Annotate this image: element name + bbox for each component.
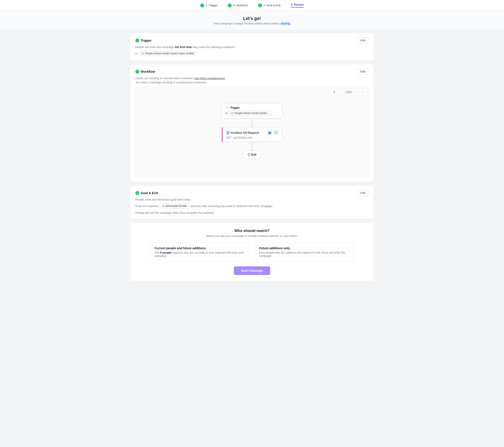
goal-description: People meet the conversion goal when the…: [135, 198, 369, 201]
flow-connector-1: [252, 119, 252, 127]
goal-check-icon: ✓: [135, 191, 139, 195]
trigger-description: People will enter this campaign the firs…: [135, 45, 369, 49]
lightning-icon: ⚡: [225, 106, 229, 109]
nav-step-trigger[interactable]: ✓ 1. Trigger: [200, 3, 217, 7]
api-node-title: 🌐 Kickbox API Request: [226, 131, 259, 134]
match-option-current-desc: The 5 people (approx) who are currently …: [154, 251, 245, 258]
workflow-warn-link[interactable]: can have consequences: [195, 76, 225, 80]
match-option-future-desc: Only people who are added to the segment…: [259, 251, 350, 258]
globe-icon: 🌐: [226, 131, 230, 134]
api-endpoint: api.kickbox.com: [234, 136, 252, 139]
hero-highlight: starting: [280, 22, 291, 25]
api-badge-send: ✈: [273, 130, 279, 135]
nav-step-review-label: 4. Review: [291, 3, 304, 6]
goal-title: ✓ Goal & Exit: [135, 191, 158, 195]
api-flow-node: 🌐 Kickbox API Request 👥 ✈ GET · api.kick…: [222, 127, 282, 142]
nav-step-review[interactable]: 4. Review: [291, 3, 304, 8]
trigger-header: ✓ Trigger Edit: [135, 37, 369, 43]
flow-connector-2: [252, 142, 252, 150]
trigger-card: ✓ Trigger Edit People will enter this ca…: [130, 33, 374, 61]
trigger-desc-pre: People will enter this campaign: [135, 45, 175, 49]
match-section: Who should match? Would you like your ca…: [130, 223, 374, 281]
nav-step-goal[interactable]: ✓ 3. Goal & Exit: [258, 3, 280, 7]
step-nav: ✓ 1. Trigger ✓ 2. Workflow ✓ 3. Goal & E…: [0, 0, 504, 11]
start-campaign-button[interactable]: Start Campaign: [234, 266, 270, 275]
check-icon-workflow: ✓: [228, 3, 232, 7]
trigger-desc-post: they meet the following conditions:: [192, 45, 235, 49]
hero-title: Let's go!: [0, 16, 504, 21]
goal-segment-row: Enter the segment ⊙ Deliverable Emails a…: [135, 203, 369, 208]
trigger-node-title: ⚡ Trigger: [225, 106, 279, 109]
api-node-label: Kickbox API Request: [231, 131, 259, 134]
match-desc-bold: 5 people: [160, 251, 172, 254]
goal-card: ✓ Goal & Exit Edit People meet the conve…: [130, 186, 374, 219]
workflow-warning-1: Heads up! Sending to unsubscribed custom…: [135, 76, 369, 80]
api-method: GET: [226, 136, 231, 139]
api-node-header: 🌐 Kickbox API Request 👥 ✈: [226, 130, 279, 135]
match-option-current-title: Current people and future additions: [154, 246, 245, 250]
exit-node-label: Exit: [251, 153, 256, 156]
trigger-in-label: in: [135, 52, 138, 55]
workflow-canvas: ⚙ − 150% + ⤢ ⚡ Trigger in ⊙: [135, 87, 369, 177]
exit-icon: ⬡: [248, 153, 250, 156]
match-option-current[interactable]: Current people and future additions The …: [150, 243, 249, 261]
check-icon-trigger: ✓: [200, 3, 204, 7]
hero-subtitle: Your campaign is ready! Review details b…: [0, 22, 504, 25]
goal-title-text: Goal & Exit: [141, 191, 158, 195]
nav-step-workflow[interactable]: ✓ 2. Workflow: [228, 3, 248, 7]
match-option-future[interactable]: Future additions only Only people who ar…: [255, 243, 354, 261]
trigger-check-icon: ✓: [135, 38, 139, 42]
workflow-title: ✓ Workflow: [135, 70, 155, 74]
check-icon-goal: ✓: [258, 3, 262, 7]
api-badge-users: 👥: [267, 130, 272, 135]
trigger-segment-row: in ⊙ People whose emails haven't been ve…: [135, 51, 369, 56]
goal-segment-pill: ⊙ Deliverable Emails: [160, 203, 189, 208]
trigger-node-in: in: [225, 112, 227, 115]
main-content: ✓ Trigger Edit People will enter this ca…: [126, 29, 378, 285]
goal-segment-icon: ⊙: [162, 205, 164, 207]
match-subtitle: Would you like your campaign to include …: [135, 234, 369, 238]
api-node-sub: GET · api.kickbox.com: [226, 136, 279, 139]
goal-after-label: any time after receiving any email or we…: [191, 205, 273, 208]
goal-segment-name: Deliverable Emails: [165, 205, 187, 207]
workflow-check-icon: ✓: [135, 70, 139, 74]
canvas-zoom-in-button[interactable]: +: [353, 89, 359, 95]
canvas-fit-button[interactable]: ⤢: [360, 89, 366, 95]
trigger-flow-node: ⚡ Trigger in ⊙ People whose emails haven…: [222, 103, 282, 119]
trigger-node-seg-icon: ⊙: [231, 112, 233, 115]
trigger-title-text: Trigger: [141, 38, 152, 42]
goal-exit-description: People will exit the campaign when they …: [135, 211, 369, 214]
trigger-desc-bold: the first time: [175, 45, 192, 49]
zoom-label: 150%: [345, 91, 352, 94]
match-option-future-title: Future additions only: [259, 246, 350, 250]
workflow-edit-button[interactable]: Edit: [357, 69, 369, 74]
trigger-node-segment-pill: ⊙ People whose emails haven'...: [229, 111, 272, 116]
workflow-warn-pre: Heads up! Sending to unsubscribed custom…: [135, 76, 195, 80]
exit-flow-node: ⬡ Exit: [243, 150, 261, 159]
match-title: Who should match?: [135, 229, 369, 233]
workflow-warning-2: You have 1 message sending to unsubscrib…: [135, 81, 369, 84]
hero-section: Let's go! Your campaign is ready! Review…: [0, 11, 504, 29]
trigger-node-seg-name: People whose emails haven'...: [234, 112, 269, 115]
trigger-node-segment-row: in ⊙ People whose emails haven'...: [225, 111, 279, 116]
canvas-controls: ⚙ − 150% + ⤢: [331, 89, 366, 95]
workflow-card: ✓ Workflow Edit Heads up! Sending to uns…: [130, 64, 374, 182]
api-node-icons: 👥 ✈: [267, 130, 279, 135]
goal-enter-label: Enter the segment: [135, 205, 158, 208]
match-options: Current people and future additions The …: [135, 243, 369, 261]
goal-header: ✓ Goal & Exit Edit: [135, 190, 369, 196]
goal-edit-button[interactable]: Edit: [357, 190, 369, 196]
trigger-segment-pill: ⊙ People whose emails haven't been verif…: [139, 51, 197, 56]
trigger-title: ✓ Trigger: [135, 38, 152, 42]
trigger-node-label: Trigger: [230, 106, 240, 109]
workflow-warn-post: .: [225, 76, 226, 80]
nav-step-trigger-label: 1. Trigger: [205, 4, 217, 7]
workflow-header: ✓ Workflow Edit: [135, 69, 369, 74]
match-desc-pre: The: [154, 251, 160, 254]
canvas-settings-button[interactable]: ⚙: [331, 89, 337, 95]
nav-step-workflow-label: 2. Workflow: [233, 4, 248, 7]
trigger-edit-button[interactable]: Edit: [357, 37, 369, 43]
flow-nodes: ⚡ Trigger in ⊙ People whose emails haven…: [222, 103, 282, 159]
canvas-zoom-out-button[interactable]: −: [338, 89, 344, 95]
nav-step-goal-label: 3. Goal & Exit: [263, 4, 280, 7]
